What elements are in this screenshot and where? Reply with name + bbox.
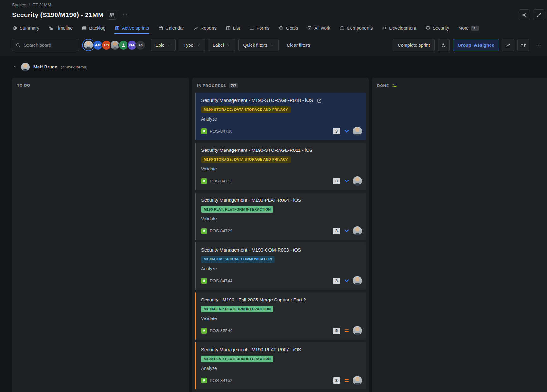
card-title-row: Security Management - M190-PLAT-R004 - i… [201,197,362,203]
tab-goals[interactable]: Goals [278,24,298,34]
group-count: (7 work items) [61,65,87,69]
tab-backlog[interactable]: Backlog [81,24,106,34]
label-badge: M190-PLAT: PLATFORM INTERACTION [201,356,273,362]
card[interactable]: Security Management - M190-PLAT-R007 - i… [195,342,366,389]
share-button[interactable] [519,9,530,20]
priority-low-icon [343,278,350,284]
avatar-label: NA [129,43,135,47]
assignee-avatar[interactable] [353,276,362,285]
tab-timeline[interactable]: Timeline [48,24,73,34]
components-icon [340,26,345,31]
card[interactable]: Security Management - M190-PLAT-R004 - i… [195,193,366,240]
tab-count-badge: 9+ [471,26,479,31]
card[interactable]: Security Management - M190-COM-R003 - iO… [195,242,366,290]
header-actions [519,9,544,20]
breadcrumb: Spaces / CT 21MM [12,3,544,7]
card-title: Security Management - M190-STORAGE-R011 … [201,147,313,153]
group-by-button[interactable]: Group: Assignee [453,39,499,51]
edit-button[interactable] [317,98,322,103]
card-footer: POS-847293 [201,226,362,235]
title-more-button[interactable] [120,10,130,20]
tab-list[interactable]: List [225,24,241,34]
issue-key: POS-84713 [210,179,232,183]
avatar-label: +9 [138,43,142,47]
filter-epic-dropdown[interactable]: Epic [151,39,176,51]
board-columns: TO DOIN PROGRESS7/7Security Management -… [0,78,547,392]
forms-icon [249,26,254,31]
tab-reports[interactable]: Reports [193,24,217,34]
view-settings-button[interactable] [517,39,529,51]
chevron-down-icon [270,43,274,47]
assignee-avatar[interactable] [353,376,362,385]
card-list [12,92,189,392]
board-icon [115,26,120,31]
column-title: TO DO [17,83,30,88]
group-avatar [21,63,30,71]
tab-label: Backlog [89,26,105,31]
board-more-button[interactable] [532,39,544,51]
card-key-group: POS-84729 [201,228,333,234]
fullscreen-button[interactable] [533,9,544,20]
avatar-label: LS [104,43,109,47]
collapse-group-button[interactable] [12,64,18,70]
tab-summary[interactable]: Summary [12,24,39,34]
card-title-row: Security Management - M190-STORAGE-R018 … [201,97,362,104]
tab-development[interactable]: Development [382,24,416,34]
complete-sprint-button[interactable]: Complete sprint [393,39,435,51]
card-title: Security Management - M190-PLAT-R004 - i… [201,197,301,203]
priority-low-icon [343,128,350,134]
tab-forms[interactable]: Forms [249,24,270,34]
tab-label: Summary [20,26,39,31]
estimate-badge: 3 [333,377,340,384]
breadcrumb-spaces[interactable]: Spaces [12,3,26,7]
refresh-icon [441,43,446,48]
filter-label-dropdown[interactable]: Label [208,39,235,51]
column-count-badge: 7/7 [229,83,238,88]
estimate-badge: 3 [333,228,340,234]
refresh-button[interactable] [438,39,450,51]
card[interactable]: Security Management - M190-STORAGE-R011 … [195,143,366,190]
card-list: Security Management - M190-STORAGE-R018 … [192,92,369,392]
clear-filters-button[interactable]: Clear filters [285,42,312,48]
card[interactable]: Security Management - M190-STORAGE-R018 … [195,93,366,140]
insights-button[interactable] [502,39,514,51]
story-bookmark-icon [202,229,206,233]
avatar-9[interactable]: +9 [135,40,146,50]
card-meta: 5 [333,326,362,335]
assignee-avatar[interactable] [353,326,362,335]
dropdown-label: Epic [155,43,164,48]
assignee-avatar[interactable] [353,176,362,186]
dropdown-label: Label [213,43,224,48]
card-title-row: Security Management - M190-PLAT-R007 - i… [201,347,362,353]
card-title: Security - M190 - Fall 2025 Merge Suppor… [201,297,306,303]
tab-label: Calendar [165,26,184,31]
story-type-icon [201,228,207,234]
collaborators-button[interactable] [107,10,117,20]
tab-calendar[interactable]: Calendar [158,24,184,34]
card[interactable]: Security - M190 - Fall 2025 Merge Suppor… [195,292,366,340]
label-badge: M190-PLAT: PLATFORM INTERACTION [201,306,273,312]
tab-security[interactable]: Security [425,24,449,34]
page-title: Security (S190/M190) - 21MM [12,11,104,19]
filter-quick-filters-dropdown[interactable]: Quick filters [238,39,279,51]
column-done: DONE [372,78,547,392]
issue-key: POS-84744 [210,278,232,283]
breadcrumb-project[interactable]: CT 21MM [33,3,51,7]
assignee-avatar[interactable] [353,127,362,136]
sliders-icon [521,43,526,48]
avatar-matt-bruce[interactable] [83,40,93,50]
board-toolbar: AMLSNA+9 EpicTypeLabelQuick filters Clea… [0,39,547,51]
story-bookmark-icon [202,279,206,283]
tab-active-sprints[interactable]: Active sprints [114,24,149,34]
filter-type-dropdown[interactable]: Type [179,39,205,51]
search-icon [15,43,21,48]
tab-label: Reports [201,26,217,31]
card-title-row: Security - M190 - Fall 2025 Merge Suppor… [201,297,362,303]
search-input[interactable] [23,42,75,48]
assignee-avatar[interactable] [353,226,362,235]
tab-components[interactable]: Components [339,24,373,34]
tab-more[interactable]: More9+ [458,24,479,34]
tab-all-work[interactable]: All work [307,24,331,34]
tab-label: Components [347,26,373,31]
topbar: Spaces / CT 21MM Security (S190/M190) - … [0,0,547,34]
